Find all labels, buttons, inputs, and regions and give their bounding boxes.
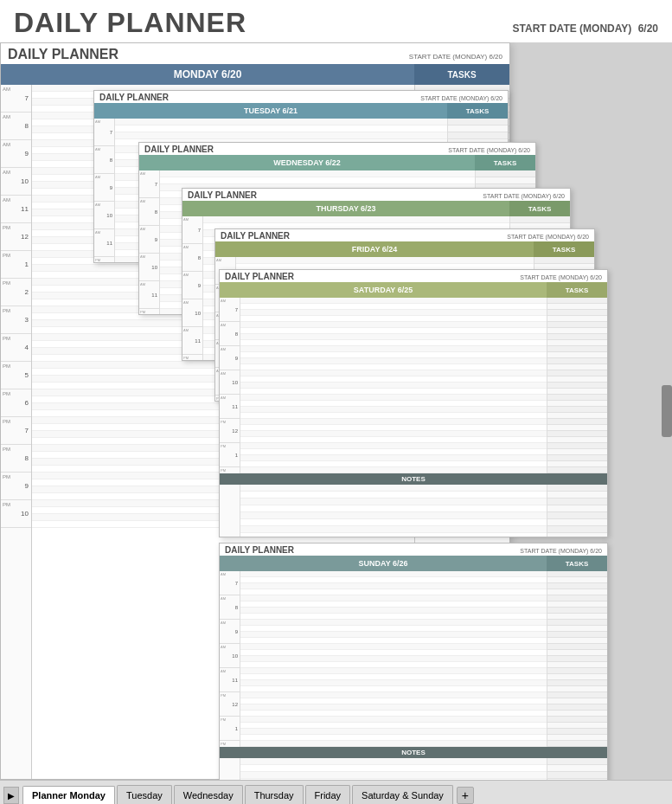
tab-monday[interactable]: Planner Monday (22, 786, 115, 804)
main-header: DAILY PLANNER START DATE (MONDAY) 6/20 (0, 0, 672, 42)
sheet-sunday: DAILY PLANNER START DATE (MONDAY) 6/20 S… (219, 543, 608, 780)
tab-tuesday[interactable]: Tuesday (117, 785, 172, 804)
tab-add-button[interactable]: + (457, 787, 474, 804)
start-date-label-text: START DATE (MONDAY) (513, 23, 632, 35)
tab-friday[interactable]: Friday (305, 785, 351, 804)
sheet-saturday: DAILY PLANNER START DATE (MONDAY) 6/20 S… (219, 269, 608, 537)
tab-nav-prev[interactable]: ▶ (3, 787, 19, 804)
content-area: DAILY PLANNER START DATE (MONDAY) 6/20 M… (0, 42, 672, 780)
tab-wednesday[interactable]: Wednesday (174, 785, 243, 804)
app-title: DAILY PLANNER (14, 7, 246, 39)
start-date-value: 6/20 (638, 23, 658, 35)
start-date-info: START DATE (MONDAY) 6/20 (513, 23, 658, 35)
tab-bar: ▶ Planner MondayTuesdayWednesdayThursday… (0, 780, 672, 804)
tab-saturday-sunday[interactable]: Saturday & Sunday (352, 785, 453, 804)
scrollbar[interactable] (662, 385, 672, 437)
tab-thursday[interactable]: Thursday (245, 785, 304, 804)
